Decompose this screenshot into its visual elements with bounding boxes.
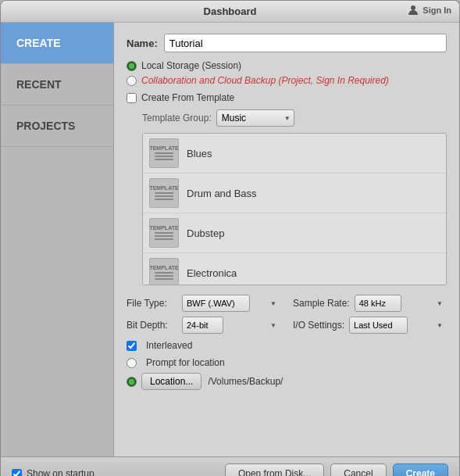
file-type-select-wrapper: BWF (.WAV)	[182, 295, 280, 312]
io-settings-select-wrapper: Last Used	[349, 317, 447, 334]
dashboard-window: Dashboard Sign In CREATE RECENT PROJECTS	[0, 0, 460, 476]
interleaved-row: Interleaved	[127, 340, 447, 351]
sample-rate-select[interactable]: 48 kHz	[355, 295, 401, 312]
create-button[interactable]: Create	[393, 463, 448, 476]
location-radio[interactable]	[127, 377, 137, 387]
title-bar: Dashboard Sign In	[1, 1, 459, 23]
bit-depth-select-wrapper: 24-bit	[182, 317, 280, 334]
location-path: /Volumes/Backup/	[208, 376, 283, 387]
sample-rate-row: Sample Rate: 48 kHz	[293, 295, 447, 312]
name-label: Name:	[127, 38, 158, 49]
name-row: Name:	[127, 34, 447, 52]
list-item[interactable]: TEMPLATE Drum and Bass	[143, 174, 446, 213]
window-title: Dashboard	[204, 5, 257, 17]
bottom-buttons: Open from Disk... Cancel Create	[225, 463, 448, 476]
show-startup-row: Show on startup	[12, 468, 94, 476]
template-checkbox-row: Create From Template	[127, 92, 447, 103]
prompt-radio[interactable]	[127, 358, 137, 368]
show-startup-label: Show on startup	[27, 468, 94, 476]
bottom-bar: Show on startup Open from Disk... Cancel…	[1, 456, 459, 476]
sample-rate-select-wrapper: 48 kHz	[355, 295, 447, 312]
template-name: Blues	[187, 148, 212, 159]
bit-depth-select[interactable]: 24-bit	[182, 317, 223, 334]
template-group-select[interactable]: Music	[216, 109, 294, 127]
user-icon	[407, 4, 419, 16]
template-thumbnail: TEMPLATE	[149, 178, 179, 208]
create-panel: Name: Local Storage (Session) Collaborat…	[114, 23, 459, 456]
list-item[interactable]: TEMPLATE Blues	[143, 134, 446, 174]
io-settings-row: I/O Settings: Last Used	[293, 317, 447, 334]
list-item[interactable]: TEMPLATE Dubstep	[143, 213, 446, 253]
location-row: Location... /Volumes/Backup/	[127, 373, 447, 390]
local-storage-label: Local Storage (Session)	[141, 60, 241, 71]
local-storage-row: Local Storage (Session)	[127, 60, 447, 71]
template-thumbnail: TEMPLATE	[149, 258, 179, 285]
sidebar-item-recent[interactable]: RECENT	[1, 64, 113, 106]
file-type-label: File Type:	[127, 298, 177, 309]
local-storage-radio[interactable]	[127, 61, 137, 71]
sidebar-item-projects[interactable]: PROJECTS	[1, 106, 113, 147]
template-thumbnail: TEMPLATE	[149, 138, 179, 168]
cancel-button[interactable]: Cancel	[330, 463, 386, 476]
sign-in-button[interactable]: Sign In	[407, 4, 451, 16]
location-button[interactable]: Location...	[141, 373, 201, 390]
template-name: Drum and Bass	[187, 188, 257, 199]
prompt-row: Prompt for location	[127, 357, 447, 368]
interleaved-checkbox[interactable]	[127, 341, 137, 351]
sign-in-label: Sign In	[423, 5, 451, 15]
template-checkbox-label: Create From Template	[141, 92, 234, 103]
file-type-select[interactable]: BWF (.WAV)	[182, 295, 250, 312]
template-list: TEMPLATE Blues TEMPLATE	[142, 133, 447, 285]
template-thumbnail: TEMPLATE	[149, 218, 179, 248]
settings-grid: File Type: BWF (.WAV) Sample Rate: 48 kH…	[127, 295, 447, 334]
show-startup-checkbox[interactable]	[12, 469, 22, 477]
svg-point-0	[411, 5, 415, 10]
main-layout: CREATE RECENT PROJECTS Name: Local Stora…	[1, 23, 459, 456]
sample-rate-label: Sample Rate:	[293, 298, 350, 309]
sidebar-item-create[interactable]: CREATE	[1, 23, 113, 64]
cloud-storage-radio[interactable]	[127, 76, 137, 86]
template-name: Dubstep	[187, 227, 224, 239]
cloud-storage-label: Collaboration and Cloud Backup (Project,…	[141, 75, 389, 86]
bit-depth-label: Bit Depth:	[127, 320, 177, 331]
template-checkbox[interactable]	[127, 93, 137, 103]
template-group-select-wrapper: Music	[216, 109, 294, 127]
template-name: Electronica	[187, 267, 237, 279]
name-input[interactable]	[164, 34, 447, 52]
bit-depth-row: Bit Depth: 24-bit	[127, 317, 280, 334]
cloud-storage-row: Collaboration and Cloud Backup (Project,…	[127, 75, 447, 86]
io-settings-select[interactable]: Last Used	[349, 317, 408, 334]
io-settings-label: I/O Settings:	[293, 320, 344, 331]
prompt-label: Prompt for location	[146, 357, 225, 368]
template-group-label: Template Group:	[142, 113, 212, 123]
list-item[interactable]: TEMPLATE Electronica	[143, 253, 446, 285]
sidebar: CREATE RECENT PROJECTS	[1, 23, 114, 456]
open-from-disk-button[interactable]: Open from Disk...	[225, 463, 324, 476]
interleaved-label: Interleaved	[146, 340, 192, 351]
file-type-row: File Type: BWF (.WAV)	[127, 295, 280, 312]
template-group-row: Template Group: Music	[142, 109, 447, 127]
